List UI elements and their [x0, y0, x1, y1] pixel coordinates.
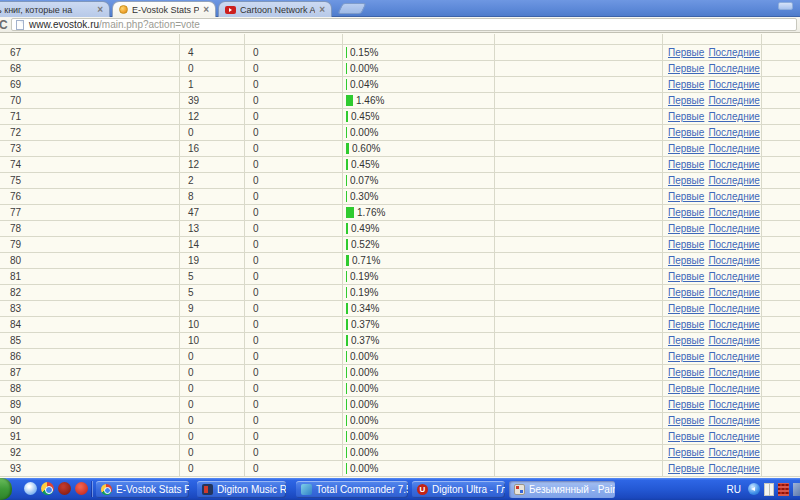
percent-bar [346, 447, 347, 458]
cell-empty-1 [495, 317, 663, 332]
tab-close-icon[interactable]: × [203, 5, 209, 15]
cell-percent: 0.19% [343, 269, 495, 284]
cell-votes: 2 [180, 173, 245, 188]
link-first[interactable]: Первые [668, 447, 704, 458]
link-last[interactable]: Последние [708, 447, 759, 458]
link-last[interactable]: Последние [708, 287, 759, 298]
taskbar-app-button[interactable]: E-Vostok Stats Panel ... [96, 481, 189, 498]
link-last[interactable]: Последние [708, 319, 759, 330]
link-last[interactable]: Последние [708, 431, 759, 442]
cell-zero: 0 [245, 413, 343, 428]
taskbar-app-button[interactable]: Digiton Music Rotator [197, 481, 286, 498]
cell-empty-2 [762, 365, 800, 380]
link-first[interactable]: Первые [668, 79, 704, 90]
quicklaunch-opera-red-icon[interactable] [75, 482, 88, 495]
link-last[interactable]: Последние [708, 255, 759, 266]
link-last[interactable]: Последние [708, 223, 759, 234]
link-last[interactable]: Последние [708, 63, 759, 74]
table-row: 88 0 0 0.00% ПервыеПоследниеТоп [0, 381, 800, 397]
tray-app-white-icon[interactable] [764, 483, 774, 496]
link-last[interactable]: Последние [708, 415, 759, 426]
taskbar-app-button[interactable]: Безымянный - Paint [509, 481, 615, 498]
percent-label: 0.37% [351, 317, 379, 332]
link-last[interactable]: Последние [708, 303, 759, 314]
url-host: www.evostok.ru [29, 19, 99, 31]
tab-close-icon[interactable]: × [319, 5, 325, 15]
tab-cartoon-network[interactable]: Cartoon Network Amazone - × [218, 1, 332, 17]
link-last[interactable]: Последние [708, 47, 759, 58]
link-first[interactable]: Первые [668, 207, 704, 218]
start-button[interactable] [0, 478, 12, 500]
taskbar-app-button[interactable]: U Digiton Ultra - Главн... [412, 481, 505, 498]
link-last[interactable]: Последние [708, 207, 759, 218]
tab-books[interactable]: ь книг, которые на × [0, 1, 110, 17]
table-row: 78 13 0 0.49% ПервыеПоследниеТоп [0, 221, 800, 237]
quicklaunch-opera-dark-icon[interactable] [58, 482, 71, 495]
link-last[interactable]: Последние [708, 351, 759, 362]
digiton-music-icon [202, 484, 213, 495]
link-first[interactable]: Первые [668, 175, 704, 186]
link-last[interactable]: Последние [708, 335, 759, 346]
link-first[interactable]: Первые [668, 431, 704, 442]
cell-votes: 12 [180, 157, 245, 172]
link-last[interactable]: Последние [708, 175, 759, 186]
link-last[interactable]: Последние [708, 271, 759, 282]
link-last[interactable]: Последние [708, 111, 759, 122]
link-last[interactable]: Последние [708, 79, 759, 90]
link-last[interactable]: Последние [708, 159, 759, 170]
link-last[interactable]: Последние [708, 143, 759, 154]
percent-bar [346, 239, 348, 250]
cell-zero: 0 [245, 173, 343, 188]
link-last[interactable]: Последние [708, 383, 759, 394]
link-first[interactable]: Первые [668, 287, 704, 298]
quicklaunch-messenger-icon[interactable] [24, 482, 37, 495]
link-first[interactable]: Первые [668, 47, 704, 58]
tray-partial-icon[interactable] [793, 483, 800, 496]
link-first[interactable]: Первые [668, 319, 704, 330]
link-last[interactable]: Последние [708, 463, 759, 474]
link-last[interactable]: Последние [708, 399, 759, 410]
link-first[interactable]: Первые [668, 255, 704, 266]
reload-icon[interactable]: C [0, 19, 11, 31]
link-first[interactable]: Первые [668, 335, 704, 346]
link-last[interactable]: Последние [708, 239, 759, 250]
cell-index: 71 [0, 109, 180, 124]
cell-zero: 0 [245, 333, 343, 348]
link-first[interactable]: Первые [668, 271, 704, 282]
link-first[interactable]: Первые [668, 303, 704, 314]
taskbar-app-button[interactable]: Total Commander 7.5... [296, 481, 408, 498]
cell-index: 81 [0, 269, 180, 284]
link-first[interactable]: Первые [668, 143, 704, 154]
new-tab-button[interactable] [337, 3, 366, 14]
minimize-button[interactable] [778, 2, 793, 10]
link-first[interactable]: Первые [668, 463, 704, 474]
link-first[interactable]: Первые [668, 127, 704, 138]
language-indicator[interactable]: RU [727, 484, 741, 495]
cell-index: 86 [0, 349, 180, 364]
link-first[interactable]: Первые [668, 223, 704, 234]
tab-evostok-stats[interactable]: E-Vostok Stats Panel × [112, 1, 216, 17]
cell-votes: 8 [180, 189, 245, 204]
tray-app-red-grid-icon[interactable] [778, 483, 789, 496]
link-first[interactable]: Первые [668, 367, 704, 378]
link-first[interactable]: Первые [668, 351, 704, 362]
link-last[interactable]: Последние [708, 127, 759, 138]
link-first[interactable]: Первые [668, 415, 704, 426]
quicklaunch-chrome-icon[interactable] [41, 482, 54, 495]
link-first[interactable]: Первые [668, 111, 704, 122]
link-first[interactable]: Первые [668, 383, 704, 394]
table-row: 73 16 0 0.60% ПервыеПоследниеТоп [0, 141, 800, 157]
link-first[interactable]: Первые [668, 239, 704, 250]
link-first[interactable]: Первые [668, 399, 704, 410]
tray-language-options-icon[interactable] [748, 483, 760, 495]
link-last[interactable]: Последние [708, 191, 759, 202]
tab-close-icon[interactable]: × [97, 5, 103, 15]
link-last[interactable]: Последние [708, 95, 759, 106]
link-first[interactable]: Первые [668, 95, 704, 106]
link-first[interactable]: Первые [668, 159, 704, 170]
cell-links: ПервыеПоследниеТоп [663, 413, 762, 428]
link-last[interactable]: Последние [708, 367, 759, 378]
link-first[interactable]: Первые [668, 63, 704, 74]
link-first[interactable]: Первые [668, 191, 704, 202]
address-bar[interactable]: www.evostok.ru/main.php?action=vote [11, 18, 797, 31]
